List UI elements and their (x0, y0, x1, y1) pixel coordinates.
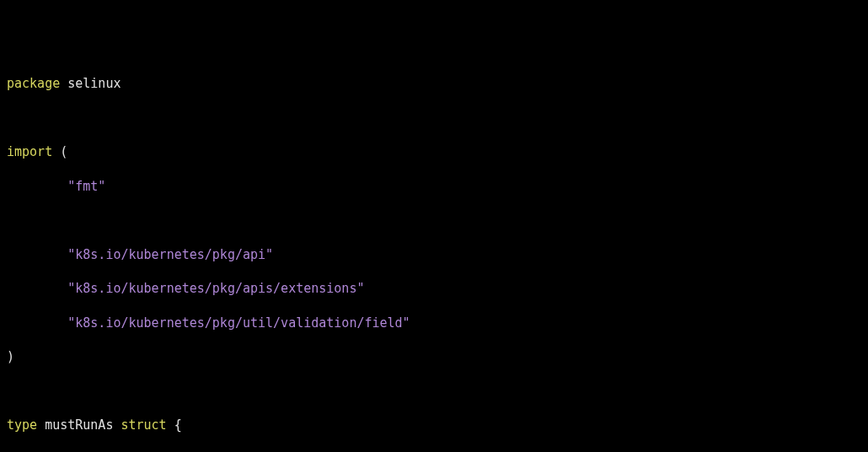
import-path: "k8s.io/kubernetes/pkg/util/validation/f… (67, 315, 410, 331)
package-name: selinux (67, 76, 121, 91)
import-path: "k8s.io/kubernetes/pkg/api" (67, 247, 273, 262)
code-line: "k8s.io/kubernetes/pkg/apis/extensions" (7, 280, 861, 297)
keyword-struct: struct (121, 417, 166, 433)
import-path: "fmt" (67, 179, 105, 194)
import-path: "k8s.io/kubernetes/pkg/apis/extensions" (67, 281, 364, 296)
code-line: package selinux (7, 75, 861, 92)
keyword-type: type (7, 417, 37, 433)
code-line (7, 383, 861, 400)
paren-close: ) (7, 349, 14, 364)
code-line: ) (7, 348, 861, 365)
code-line (7, 212, 861, 229)
keyword-package: package (7, 76, 60, 91)
brace-open: { (174, 417, 182, 433)
code-line: "k8s.io/kubernetes/pkg/util/validation/f… (7, 315, 861, 331)
paren-open: ( (60, 144, 67, 159)
code-line: "fmt" (7, 178, 861, 195)
code-line: type mustRunAs struct { (7, 417, 861, 433)
code-line (7, 110, 861, 126)
code-line: import ( (7, 143, 861, 160)
code-line: "k8s.io/kubernetes/pkg/api" (7, 246, 861, 263)
keyword-import: import (7, 144, 52, 159)
type-name: mustRunAs (45, 417, 113, 433)
